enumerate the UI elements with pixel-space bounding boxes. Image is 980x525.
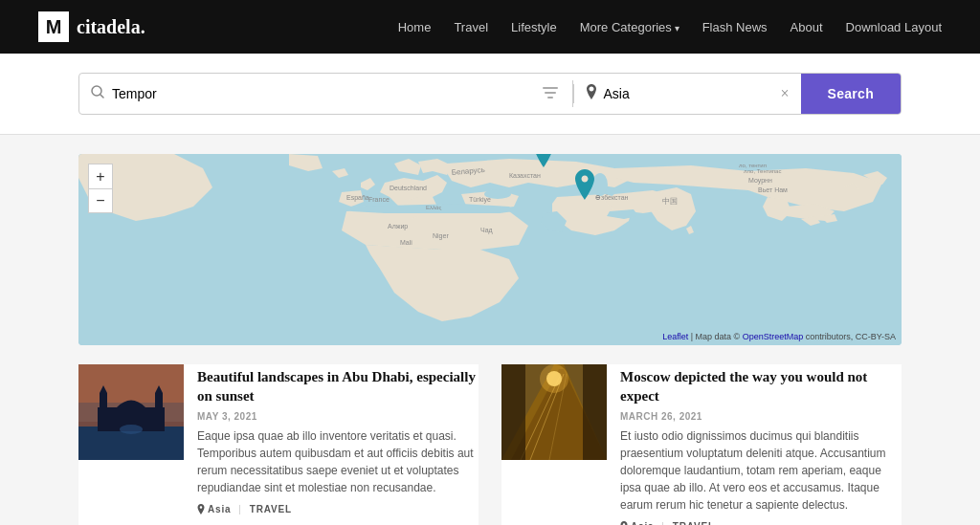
article-content: Beautiful landscapes in Abu Dhabi, espec… — [197, 364, 479, 525]
leaflet-link[interactable]: Leaflet — [662, 332, 688, 341]
search-input[interactable] — [112, 86, 517, 101]
article-image-placeholder — [501, 364, 607, 460]
svg-rect-2 — [543, 87, 558, 89]
article-title[interactable]: Beautiful landscapes in Abu Dhabi, espec… — [197, 368, 479, 405]
article-body: Et iusto odio dignissimos ducimus qui bl… — [620, 427, 902, 514]
article-card: Beautiful landscapes in Abu Dhabi, espec… — [78, 364, 479, 525]
article-date: MAY 3, 2021 — [197, 411, 257, 422]
svg-rect-3 — [545, 92, 556, 94]
svg-text:Алжир: Алжир — [388, 223, 408, 230]
logo-icon: M — [38, 11, 69, 42]
svg-rect-42 — [583, 364, 607, 460]
article-date: MARCH 26, 2021 — [620, 411, 702, 422]
article-card: Moscow depicted the way you would not ex… — [501, 364, 902, 525]
svg-text:Türkiye: Türkiye — [469, 196, 491, 204]
navbar: M citadela. HomeTravelLifestyleMore Cate… — [0, 0, 980, 54]
article-body: Eaque ipsa quae ab illo inventore verita… — [197, 427, 479, 496]
svg-text:ло, тентип: ло, тентип — [739, 163, 767, 168]
search-section: × Search — [0, 54, 980, 135]
logo-text: citadela. — [77, 16, 145, 38]
svg-text:中国: 中国 — [662, 197, 678, 206]
map-attribution: Leaflet | Map data © OpenStreetMap contr… — [662, 332, 896, 341]
svg-text:Чад: Чад — [480, 227, 493, 234]
location-wrap: × — [573, 84, 800, 103]
svg-rect-28 — [78, 364, 184, 403]
zoom-in-button[interactable]: + — [88, 164, 113, 188]
article-category-tag[interactable]: TRAVEL — [673, 521, 715, 525]
nav-link-about[interactable]: About — [791, 20, 823, 34]
search-button[interactable]: Search — [801, 74, 902, 114]
map-pin-1[interactable] — [530, 154, 557, 175]
map-pin-2[interactable] — [571, 169, 598, 208]
svg-line-1 — [100, 95, 103, 98]
svg-text:Deutschland: Deutschland — [390, 185, 427, 191]
nav-link-more-categories[interactable]: More Categories — [580, 20, 679, 34]
search-icon — [91, 85, 104, 102]
svg-text:Моурнн: Моурнн — [748, 177, 772, 185]
svg-text:Вьет Нам: Вьет Нам — [758, 186, 788, 193]
filter-icon[interactable] — [528, 86, 572, 101]
svg-rect-32 — [155, 393, 163, 412]
location-input[interactable] — [603, 86, 770, 101]
search-input-wrap — [79, 85, 528, 102]
map-background: Беларусь Deutschland France España Казах… — [78, 154, 902, 345]
osm-link[interactable]: OpenStreetMap — [743, 332, 804, 341]
location-clear-icon[interactable]: × — [780, 85, 789, 102]
article-meta: MAY 3, 2021 — [197, 411, 479, 422]
articles-grid: Beautiful landscapes in Abu Dhabi, espec… — [78, 364, 902, 525]
svg-text:лло, Тентипас: лло, Тентипас — [744, 168, 781, 174]
article-category-tag[interactable]: TRAVEL — [250, 504, 292, 514]
article-tags: Asia | TRAVEL — [620, 521, 902, 525]
article-image — [78, 364, 184, 460]
map-section: Беларусь Deutschland France España Казах… — [0, 135, 980, 345]
article-image-placeholder — [78, 364, 184, 460]
nav-link-flash-news[interactable]: Flash News — [702, 20, 768, 34]
svg-rect-4 — [547, 97, 553, 98]
logo-area: M citadela. — [38, 11, 145, 42]
svg-text:France: France — [368, 196, 390, 203]
map-controls: + − — [88, 164, 113, 213]
svg-text:Mali: Mali — [400, 239, 412, 246]
nav-link-lifestyle[interactable]: Lifestyle — [511, 20, 557, 34]
zoom-out-button[interactable]: − — [88, 188, 113, 213]
svg-point-33 — [120, 425, 143, 434]
nav-link-home[interactable]: Home — [398, 20, 432, 34]
article-location-tag[interactable]: Asia — [197, 504, 231, 514]
nav-links: HomeTravelLifestyleMore CategoriesFlash … — [398, 20, 942, 34]
svg-text:Өзбекстан: Өзбекстан — [595, 194, 629, 201]
nav-link-travel[interactable]: Travel — [454, 20, 488, 34]
svg-rect-41 — [501, 364, 525, 460]
article-title[interactable]: Moscow depicted the way you would not ex… — [620, 368, 902, 405]
article-location-tag[interactable]: Asia — [620, 521, 654, 525]
nav-link-download[interactable]: Download Layout — [846, 20, 942, 34]
svg-text:Eλλάς: Eλλάς — [426, 205, 441, 210]
svg-text:Niger: Niger — [433, 232, 449, 240]
article-image — [501, 364, 607, 460]
svg-rect-31 — [100, 393, 107, 412]
svg-point-40 — [540, 364, 568, 393]
map-svg: Беларусь Deutschland France España Казах… — [78, 154, 902, 345]
map-container: Беларусь Deutschland France España Казах… — [78, 154, 902, 345]
article-tags: Asia | TRAVEL — [197, 504, 479, 514]
location-icon — [586, 84, 597, 103]
search-bar: × Search — [78, 73, 902, 115]
content-section: Beautiful landscapes in Abu Dhabi, espec… — [0, 345, 980, 525]
svg-text:España: España — [346, 194, 369, 202]
article-meta: MARCH 26, 2021 — [620, 411, 902, 422]
article-content: Moscow depicted the way you would not ex… — [620, 364, 902, 525]
